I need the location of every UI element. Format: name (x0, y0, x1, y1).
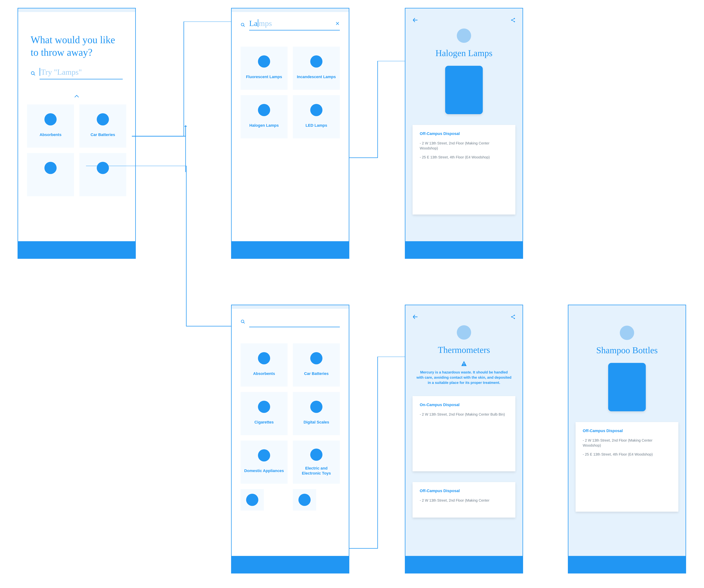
svg-point-11 (241, 320, 244, 323)
bottom-bar (568, 556, 686, 573)
result-absorbents[interactable]: Absorbents (241, 343, 288, 386)
category-placeholder[interactable] (27, 153, 74, 196)
screen-detail-shampoo: Shampoo Bottles Off-Campus Disposal - 2 … (568, 305, 686, 574)
category-icon (310, 55, 322, 67)
result-halogen-lamps[interactable]: Halogen Lamps (241, 95, 288, 138)
svg-line-10 (512, 20, 514, 21)
status-bar (405, 305, 523, 309)
screen-search-typed: Lamps Fluorescent Lamps Incandescent Lam… (231, 8, 349, 259)
category-label: Fluorescent Lamps (246, 72, 282, 81)
search-placeholder: Try "Lamps" (40, 67, 123, 77)
search-icon (241, 319, 245, 324)
warning-text: Mercury is a hazardous waste. It should … (416, 370, 512, 385)
category-icon (310, 104, 322, 116)
screen-home: What would you like to throw away? Try "… (17, 8, 136, 259)
result-electric-electronic-toys[interactable]: Electric and Electronic Toys (293, 440, 340, 484)
category-icon (97, 162, 109, 174)
category-label: Incandescent Lamps (297, 72, 336, 81)
category-icon (45, 162, 57, 174)
svg-line-17 (512, 317, 514, 318)
flow-home-to-search (132, 21, 232, 140)
disposal-line: - 2 W 13th Street, 2nd Floor (Making Cen… (420, 412, 508, 417)
result-placeholder[interactable] (293, 489, 316, 511)
category-label: Halogen Lamps (249, 121, 279, 130)
result-domestic-appliances[interactable]: Domestic Appliances (241, 440, 288, 484)
category-icon (258, 352, 270, 364)
category-label: Car Batteries (91, 130, 115, 139)
category-placeholder[interactable] (79, 153, 126, 196)
svg-line-9 (512, 19, 514, 20)
disposal-line: - 2 W 13th Street, 2nd Floor (Making Cen… (420, 141, 508, 151)
bottom-bar (405, 241, 523, 258)
screen-search-all: Absorbents Car Batteries Cigarettes Digi… (231, 305, 349, 574)
category-icon (258, 104, 270, 116)
result-fluorescent-lamps[interactable]: Fluorescent Lamps (241, 47, 288, 90)
search-field[interactable]: Try "Lamps" (18, 60, 135, 79)
disposal-line: - 2 W 13th Street, 2nd Floor (Making Cen… (420, 498, 508, 503)
category-label: Domestic Appliances (244, 467, 284, 475)
detail-title: Shampoo Bottles (591, 345, 663, 355)
category-label: Digital Scales (303, 418, 329, 427)
search-icon (31, 71, 36, 76)
detail-title: Halogen Lamps (430, 48, 498, 58)
category-label: Car Batteries (304, 369, 329, 378)
status-bar (18, 8, 135, 12)
disposal-line: - 25 E 13th Street, 4th Floor (E4 Woodsh… (420, 155, 508, 160)
result-placeholder[interactable] (241, 489, 264, 511)
status-bar (405, 8, 523, 12)
category-icon (97, 113, 109, 125)
svg-rect-18 (464, 363, 464, 365)
hero-avatar (457, 29, 471, 43)
category-icon (45, 113, 57, 125)
disposal-card-off-campus: Off-Campus Disposal - 2 W 13th Street, 2… (413, 482, 515, 518)
disposal-card-off-campus: Off-Campus Disposal - 2 W 13th Street, 2… (576, 422, 679, 512)
category-icon (246, 494, 258, 506)
status-bar (232, 8, 349, 12)
result-digital-scales[interactable]: Digital Scales (293, 392, 340, 435)
chevron-up-icon[interactable] (74, 94, 79, 99)
svg-rect-19 (464, 365, 464, 366)
screen-detail-thermometers: Thermometers Mercury is a hazardous wast… (405, 305, 523, 574)
category-icon (258, 449, 270, 462)
hero-avatar (620, 326, 634, 340)
share-icon[interactable] (510, 17, 516, 23)
category-label: Absorbents (253, 369, 275, 378)
category-label: Cigarettes (254, 418, 274, 427)
detail-title: Thermometers (432, 344, 495, 355)
svg-line-1 (34, 74, 35, 75)
category-absorbents[interactable]: Absorbents (27, 104, 74, 148)
status-bar (568, 305, 686, 309)
category-car-batteries[interactable]: Car Batteries (79, 104, 126, 148)
category-icon (258, 401, 270, 413)
back-icon[interactable] (412, 17, 418, 23)
back-icon[interactable] (412, 314, 418, 320)
result-cigarettes[interactable]: Cigarettes (241, 392, 288, 435)
hero-avatar (457, 325, 471, 339)
hero-image (445, 66, 483, 114)
bottom-bar (405, 556, 523, 573)
disposal-title: Off-Campus Disposal (420, 131, 508, 136)
category-icon (298, 494, 311, 506)
clear-icon[interactable] (335, 21, 340, 26)
share-icon[interactable] (510, 314, 516, 320)
svg-point-2 (241, 23, 244, 26)
flow-searchall-to-thermometers (349, 357, 406, 550)
category-icon (258, 55, 270, 67)
result-led-lamps[interactable]: LED Lamps (293, 95, 340, 138)
search-field[interactable] (232, 309, 349, 327)
svg-line-3 (243, 25, 245, 27)
disposal-title: On-Campus Disposal (420, 403, 508, 407)
disposal-card-off-campus: Off-Campus Disposal - 2 W 13th Street, 2… (413, 125, 515, 215)
disposal-line: - 25 E 13th Street, 4th Floor (E4 Woodsh… (583, 452, 671, 457)
result-car-batteries[interactable]: Car Batteries (293, 343, 340, 386)
category-icon (310, 352, 322, 364)
result-incandescent-lamps[interactable]: Incandescent Lamps (293, 47, 340, 90)
screen-detail-halogen: Halogen Lamps Off-Campus Disposal - 2 W … (405, 8, 523, 259)
bottom-bar (232, 556, 349, 573)
warning-block: Mercury is a hazardous waste. It should … (405, 355, 523, 385)
disposal-line: - 2 W 13th Street, 2nd Floor (Making Cen… (583, 438, 671, 448)
warning-icon (461, 360, 467, 367)
svg-line-16 (512, 316, 514, 317)
search-field[interactable]: Lamps (232, 12, 349, 31)
category-label: Absorbents (40, 130, 61, 139)
